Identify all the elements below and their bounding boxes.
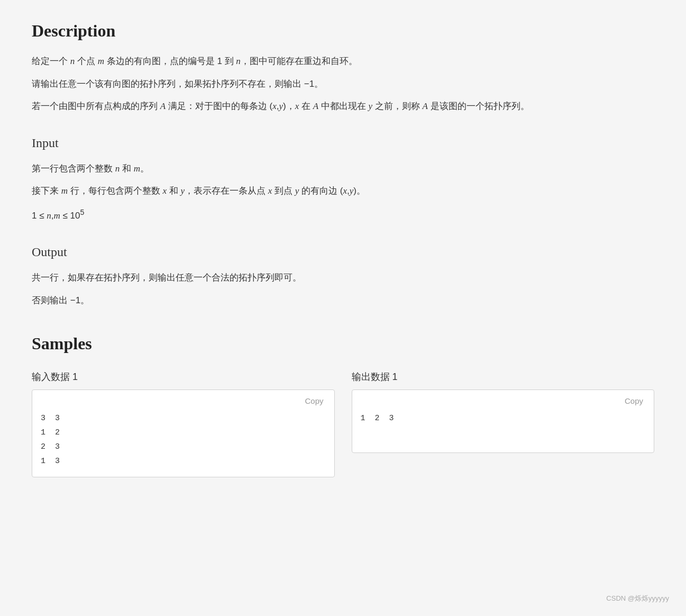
sample-output-data: 1 2 3 [361,411,646,425]
sample-output-box: Copy 1 2 3 [352,389,655,453]
sample-input-data: 3 3 1 2 2 3 1 3 [41,411,326,468]
copy-output-button[interactable]: Copy [620,394,647,407]
input-line-1: 第一行包含两个整数 n 和 m。 [32,161,654,177]
description-block: 给定一个 n 个点 m 条边的有向图，点的编号是 1 到 n，图中可能存在重边和… [32,53,654,115]
input-block: 第一行包含两个整数 n 和 m。 接下来 m 行，每行包含两个整数 x 和 y，… [32,161,654,224]
sample-input-box: Copy 3 3 1 2 2 3 1 3 [32,389,335,477]
samples-section: Samples 输入数据 1 Copy 3 3 1 2 2 3 1 3 输出数据… [32,334,654,477]
samples-grid: 输入数据 1 Copy 3 3 1 2 2 3 1 3 输出数据 1 Copy … [32,370,654,477]
sample-output-label: 输出数据 1 [352,370,655,383]
samples-title: Samples [32,334,654,354]
output-line-1: 共一行，如果存在拓扑序列，则输出任意一个合法的拓扑序列即可。 [32,270,654,286]
description-line-3: 若一个由图中所有点构成的序列 A 满足：对于图中的每条边 (x,y)，x 在 A… [32,98,654,115]
input-line-2: 接下来 m 行，每行包含两个整数 x 和 y，表示存在一条从点 x 到点 y 的… [32,183,654,200]
copy-input-button[interactable]: Copy [300,394,327,407]
sample-input-column: 输入数据 1 Copy 3 3 1 2 2 3 1 3 [32,370,335,477]
description-title: Description [32,21,654,41]
sample-output-column: 输出数据 1 Copy 1 2 3 [352,370,655,477]
output-block: 共一行，如果存在拓扑序列，则输出任意一个合法的拓扑序列即可。 否则输出 −1。 [32,270,654,309]
output-line-2: 否则输出 −1。 [32,293,654,309]
input-line-3: 1 ≤ n,m ≤ 105 [32,206,654,224]
output-title: Output [32,245,654,259]
footer-watermark: CSDN @烁烁yyyyyy [606,594,669,603]
description-line-1: 给定一个 n 个点 m 条边的有向图，点的编号是 1 到 n，图中可能存在重边和… [32,53,654,70]
input-title: Input [32,136,654,150]
description-line-2: 请输出任意一个该有向图的拓扑序列，如果拓扑序列不存在，则输出 −1。 [32,76,654,93]
sample-input-label: 输入数据 1 [32,370,335,383]
